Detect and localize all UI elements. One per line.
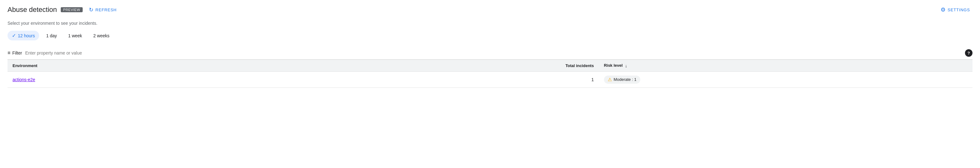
cell-environment: actions-e2e xyxy=(8,72,289,88)
subtitle-text: Select your environment to see your inci… xyxy=(8,21,972,26)
filter-label: ≡ Filter xyxy=(8,50,22,56)
time-filter-1d[interactable]: 1 day xyxy=(41,31,61,40)
incidents-table: Environment Total incidents Risk level ↓… xyxy=(8,59,972,88)
time-filter-1w[interactable]: 1 week xyxy=(64,31,86,40)
filter-label-text: Filter xyxy=(12,50,22,56)
refresh-label: REFRESH xyxy=(95,8,117,12)
filter-input[interactable] xyxy=(25,50,962,56)
table-row: actions-e2e 1 ⚠ Moderate : 1 xyxy=(8,72,972,88)
time-filter-12h-label: 12 hours xyxy=(18,33,35,38)
filter-icon: ≡ xyxy=(8,50,10,56)
time-filter-1w-label: 1 week xyxy=(68,33,82,38)
refresh-button[interactable]: ↻ REFRESH xyxy=(86,5,119,14)
help-button[interactable]: ? xyxy=(965,49,972,57)
cell-risk-level: ⚠ Moderate : 1 xyxy=(599,72,972,88)
risk-badge: ⚠ Moderate : 1 xyxy=(604,75,640,84)
page-title: Abuse detection xyxy=(8,6,57,14)
cell-total-incidents: 1 xyxy=(289,72,599,88)
environment-link[interactable]: actions-e2e xyxy=(13,77,35,82)
table-header-row: Environment Total incidents Risk level ↓ xyxy=(8,60,972,72)
time-filter-2w[interactable]: 2 weeks xyxy=(89,31,114,40)
col-header-risk-level[interactable]: Risk level ↓ xyxy=(599,60,972,72)
preview-badge: PREVIEW xyxy=(61,7,83,12)
settings-button[interactable]: ⚙ SETTINGS xyxy=(938,5,972,14)
sort-desc-icon: ↓ xyxy=(625,63,627,68)
col-header-total-incidents: Total incidents xyxy=(289,60,599,72)
help-icon: ? xyxy=(967,51,970,56)
time-filter-2w-label: 2 weeks xyxy=(93,33,109,38)
col-header-environment: Environment xyxy=(8,60,289,72)
settings-label: SETTINGS xyxy=(948,8,970,12)
header-row: Abuse detection PREVIEW ↻ REFRESH ⚙ SETT… xyxy=(8,5,972,14)
filter-bar: ≡ Filter ? xyxy=(8,47,972,59)
warning-triangle-icon: ⚠ xyxy=(608,77,612,82)
time-filter-group: ✓ 12 hours 1 day 1 week 2 weeks xyxy=(8,31,972,40)
header-left: Abuse detection PREVIEW ↻ REFRESH xyxy=(8,5,119,14)
gear-icon: ⚙ xyxy=(940,6,946,13)
risk-level-text: Moderate : 1 xyxy=(614,77,636,82)
check-icon: ✓ xyxy=(12,33,16,38)
refresh-icon: ↻ xyxy=(89,6,94,13)
time-filter-12h[interactable]: ✓ 12 hours xyxy=(8,31,39,40)
time-filter-1d-label: 1 day xyxy=(46,33,57,38)
